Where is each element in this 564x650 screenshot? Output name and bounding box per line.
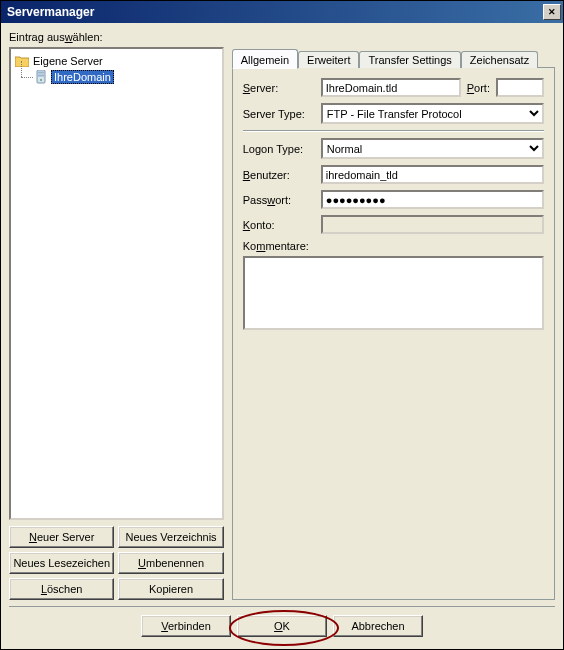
window-title: Servermanager	[7, 5, 94, 19]
user-input[interactable]	[321, 165, 544, 184]
tab-general[interactable]: Allgemein	[232, 49, 298, 69]
password-input[interactable]	[321, 190, 544, 209]
server-icon	[35, 70, 47, 84]
server-label: Server:	[243, 82, 315, 94]
select-entry-label: Eintrag auswählen:	[9, 31, 555, 43]
new-server-button[interactable]: Neuer Server	[9, 526, 114, 548]
ok-button[interactable]: OK	[237, 615, 327, 637]
copy-button[interactable]: Kopieren	[118, 578, 223, 600]
logon-type-select[interactable]: Normal	[321, 138, 544, 159]
delete-button[interactable]: Löschen	[9, 578, 114, 600]
tree-buttons: Neuer Server Neues Verzeichnis Neues Les…	[9, 526, 224, 600]
port-label: Port:	[467, 82, 490, 94]
left-pane: Eigene Server IhreDomain Neuer Server Ne…	[9, 47, 224, 600]
dialog-body: Eintrag auswählen: Eigene Server	[1, 23, 563, 649]
logon-type-label: Logon Type:	[243, 143, 315, 155]
tree-root-label: Eigene Server	[33, 55, 103, 67]
user-label: Benutzer:	[243, 169, 315, 181]
server-type-label: Server Type:	[243, 108, 315, 120]
tab-strip: Allgemein Erweitert Transfer Settings Ze…	[232, 47, 555, 68]
svg-rect-1	[38, 72, 44, 74]
tree-item[interactable]: IhreDomain	[35, 69, 218, 85]
tree-item-label: IhreDomain	[51, 70, 114, 84]
cancel-button[interactable]: Abbrechen	[333, 615, 423, 637]
title-bar[interactable]: Servermanager ✕	[1, 1, 563, 23]
right-pane: Allgemein Erweitert Transfer Settings Ze…	[232, 47, 555, 600]
divider	[243, 130, 544, 132]
new-bookmark-button[interactable]: Neues Lesezeichen	[9, 552, 114, 574]
connect-button[interactable]: Verbinden	[141, 615, 231, 637]
account-label: Konto:	[243, 219, 315, 231]
port-input[interactable]	[496, 78, 544, 97]
account-input	[321, 215, 544, 234]
tab-transfer-settings[interactable]: Transfer Settings	[359, 51, 460, 68]
ok-highlight: OK	[237, 615, 327, 637]
server-input[interactable]	[321, 78, 461, 97]
servermanager-window: Servermanager ✕ Eintrag auswählen: Eigen…	[0, 0, 564, 650]
rename-button[interactable]: Umbenennen	[118, 552, 223, 574]
svg-rect-2	[38, 75, 44, 77]
comments-label: Kommentare:	[243, 240, 544, 252]
folder-icon	[15, 55, 29, 67]
comments-textarea[interactable]	[243, 256, 544, 330]
server-tree[interactable]: Eigene Server IhreDomain	[9, 47, 224, 520]
tab-advanced[interactable]: Erweitert	[298, 51, 359, 68]
tab-panel-general: Server: Port: Server Type: FTP - File Tr…	[232, 67, 555, 600]
close-icon[interactable]: ✕	[543, 4, 561, 20]
new-directory-button[interactable]: Neues Verzeichnis	[118, 526, 223, 548]
tree-root[interactable]: Eigene Server	[15, 53, 218, 69]
tab-charset[interactable]: Zeichensatz	[461, 51, 538, 68]
svg-point-3	[40, 79, 42, 81]
password-label: Passwort:	[243, 194, 315, 206]
server-type-select[interactable]: FTP - File Transfer Protocol	[321, 103, 544, 124]
bottom-button-bar: Verbinden OK Abbrechen	[9, 606, 555, 641]
